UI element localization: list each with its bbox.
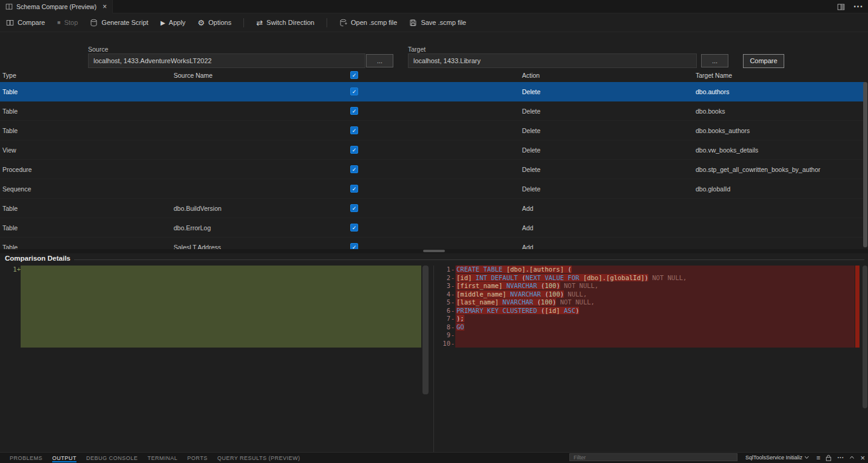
- column-header-type[interactable]: Type: [2, 68, 16, 82]
- diff-target-scrollbar[interactable]: [863, 266, 867, 408]
- diff-sash[interactable]: [433, 266, 434, 452]
- target-browse-button[interactable]: ...: [701, 54, 728, 67]
- diff-line: 8- GO: [436, 323, 868, 332]
- splitter-grip-icon[interactable]: [423, 250, 445, 252]
- grid-header: Type Source Name ✓ Action Target Name: [0, 68, 864, 82]
- removed-marker-icon: -: [450, 266, 455, 274]
- close-icon[interactable]: ×: [103, 2, 107, 11]
- check-icon: ✓: [352, 72, 357, 78]
- script-database-icon: [90, 19, 98, 27]
- diff-line: 7- );: [436, 315, 868, 323]
- more-actions-icon[interactable]: ···: [853, 1, 863, 12]
- cell-action: Delete: [522, 179, 540, 198]
- split-editor-icon[interactable]: [837, 3, 845, 11]
- include-checkbox[interactable]: ✓: [350, 146, 358, 154]
- compare-action-button[interactable]: Compare: [743, 54, 784, 68]
- column-header-action[interactable]: Action: [522, 68, 540, 82]
- panel-tab-output[interactable]: OUTPUT: [47, 453, 81, 463]
- play-icon: ▶: [160, 19, 165, 26]
- table-row[interactable]: Sequence ✓ Delete dbo.globalId: [0, 179, 864, 199]
- diff-editor: 1+ 1- CREATE TABLE [dbo].[authors] ( 2- …: [0, 266, 868, 452]
- table-row[interactable]: Table dbo.BuildVersion ✓ Add: [0, 199, 864, 218]
- switch-direction-icon: ⇄: [256, 19, 263, 26]
- include-checkbox[interactable]: ✓: [350, 243, 358, 249]
- column-header-target-name[interactable]: Target Name: [696, 68, 732, 82]
- panel-tab-terminal[interactable]: TERMINAL: [143, 453, 183, 463]
- removed-marker-icon: -: [450, 307, 455, 315]
- chevron-up-icon[interactable]: [849, 456, 855, 459]
- cell-type: Table: [2, 238, 18, 249]
- output-channel-select[interactable]: SqlToolsService Initializ: [745, 453, 809, 462]
- panel-tab-debug-console[interactable]: DEBUG CONSOLE: [81, 453, 143, 463]
- diff-target-pane[interactable]: 1- CREATE TABLE [dbo].[authors] ( 2- [id…: [436, 266, 868, 452]
- cell-target-name: dbo.authors: [696, 82, 729, 101]
- cell-type: Table: [2, 218, 18, 237]
- diff-source-pane[interactable]: 1+: [5, 266, 430, 452]
- table-row[interactable]: Table dbo.ErrorLog ✓ Add: [0, 218, 864, 238]
- source-input[interactable]: [88, 53, 365, 68]
- panel-tab-ports[interactable]: PORTS: [183, 453, 212, 463]
- switch-direction-button[interactable]: ⇄ Switch Direction: [256, 19, 314, 26]
- comparison-details-title: Comparison Details: [5, 255, 70, 262]
- cell-action: Delete: [522, 101, 540, 120]
- lock-icon[interactable]: [826, 454, 832, 461]
- table-row[interactable]: Table ✓ Delete dbo.books: [0, 101, 864, 121]
- generate-script-button[interactable]: Generate Script: [90, 19, 148, 27]
- target-input[interactable]: [408, 53, 697, 68]
- removed-marker-icon: -: [450, 323, 455, 332]
- include-checkbox[interactable]: ✓: [350, 126, 358, 134]
- table-row[interactable]: Table ✓ Delete dbo.authors: [0, 82, 864, 101]
- toolbar-separator: [327, 18, 327, 27]
- diff-line: 6- PRIMARY KEY CLUSTERED ([id] ASC): [436, 307, 868, 315]
- bottom-panel: PROBLEMS OUTPUT DEBUG CONSOLE TERMINAL P…: [0, 452, 868, 463]
- check-icon: ✓: [352, 166, 357, 173]
- table-row[interactable]: View ✓ Delete dbo.vw_books_details: [0, 140, 864, 160]
- cell-source-name: dbo.BuildVersion: [174, 199, 222, 218]
- check-icon: ✓: [352, 244, 357, 250]
- output-filter-input[interactable]: [569, 453, 737, 461]
- source-browse-button[interactable]: ...: [366, 54, 393, 67]
- grid-scrollbar[interactable]: [863, 82, 867, 247]
- diff-line: 2- [id] INT DEFAULT (NEXT VALUE FOR [dbo…: [436, 274, 868, 283]
- column-header-source-name[interactable]: Source Name: [174, 68, 212, 82]
- clear-output-icon[interactable]: ≡: [816, 454, 820, 461]
- save-scmp-button[interactable]: Save .scmp file: [409, 19, 466, 27]
- comparison-results-grid: Table ✓ Delete dbo.authors Table ✓ Delet…: [0, 82, 864, 249]
- cell-action: Add: [522, 199, 534, 218]
- include-checkbox[interactable]: ✓: [350, 185, 358, 193]
- open-scmp-button[interactable]: Open .scmp file: [339, 19, 397, 27]
- tab-schema-compare[interactable]: Schema Compare (Preview) ×: [0, 0, 113, 13]
- include-checkbox[interactable]: ✓: [350, 87, 358, 95]
- cell-source-name: dbo.ErrorLog: [174, 218, 211, 237]
- diff-line: 9-: [436, 331, 868, 340]
- toolbar-separator: [243, 18, 244, 27]
- cell-action: Delete: [522, 160, 540, 179]
- options-button[interactable]: ⚙ Options: [198, 19, 232, 26]
- include-checkbox[interactable]: ✓: [350, 107, 358, 115]
- table-row[interactable]: Table ✓ Delete dbo.books_authors: [0, 121, 864, 140]
- schema-compare-icon: [5, 3, 13, 10]
- schema-compare-toolbar: Compare ■ Stop Generate Script ▶ Apply ⚙…: [0, 13, 868, 32]
- include-checkbox[interactable]: ✓: [350, 165, 358, 173]
- gear-icon: ⚙: [198, 19, 205, 26]
- close-panel-icon[interactable]: ×: [860, 453, 865, 462]
- diff-source-scrollbar[interactable]: [422, 266, 429, 394]
- include-checkbox[interactable]: ✓: [350, 224, 358, 231]
- more-actions-icon[interactable]: ···: [837, 454, 844, 461]
- table-row[interactable]: Procedure ✓ Delete dbo.stp_get_all_cowri…: [0, 160, 864, 179]
- apply-button[interactable]: ▶ Apply: [160, 19, 185, 26]
- compare-button[interactable]: Compare: [6, 19, 45, 27]
- diff-line: 3- [first_name] NVARCHAR (100) NOT NULL,: [436, 282, 868, 290]
- diff-line: 5- [last_name] NVARCHAR (100) NOT NULL,: [436, 298, 868, 307]
- removed-marker-icon: -: [450, 298, 455, 307]
- table-row[interactable]: Table SalesLT.Address ✓ Add: [0, 238, 864, 249]
- tab-title: Schema Compare (Preview): [16, 3, 97, 10]
- check-icon: ✓: [352, 205, 357, 211]
- stop-button[interactable]: ■ Stop: [57, 19, 78, 26]
- panel-tab-query-results[interactable]: QUERY RESULTS (PREVIEW): [212, 453, 305, 463]
- panel-tab-problems[interactable]: PROBLEMS: [5, 453, 47, 463]
- include-checkbox[interactable]: ✓: [350, 204, 358, 212]
- removed-marker-icon: -: [450, 274, 455, 283]
- select-all-checkbox[interactable]: ✓: [350, 71, 358, 79]
- panel-splitter[interactable]: [0, 249, 868, 253]
